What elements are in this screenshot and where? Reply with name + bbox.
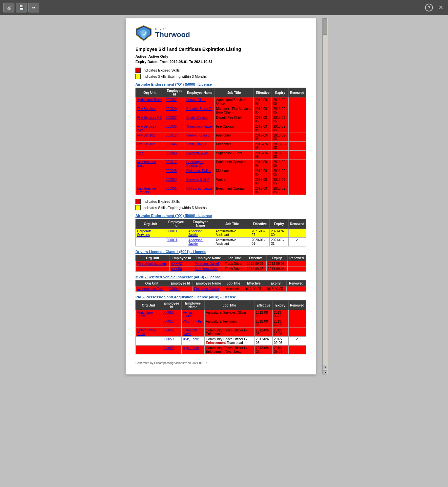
col-emp-id: Employee Id <box>164 88 185 97</box>
cell-empid: 000003 <box>164 151 185 159</box>
col-emp-id: Employee Id <box>170 255 193 261</box>
cell-expiry: 2013-09-05 <box>272 186 289 195</box>
table-row: Corporate Services 000011 Anderson, Jack… <box>136 229 306 238</box>
cell-org: Agriculture Team <box>136 310 161 319</box>
cell-expiry: 2013-09-05 <box>272 159 289 168</box>
legend-expiring: Indicates Skills Expiring within 3 Month… <box>135 74 306 79</box>
cell-effective: 2013-09-06 <box>255 346 273 354</box>
col-org-unit: Org Unit <box>136 301 161 310</box>
table-row: Maintenance Graders 000031 Rethschild, D… <box>136 186 306 195</box>
cell-effective: 2012-09-05 <box>255 337 273 346</box>
cell-org: Fire Stn 102 <box>136 142 164 151</box>
help-icon[interactable]: ? <box>425 4 433 11</box>
table-row: Fire Services 000029 Roberts, Bruce G. M… <box>136 106 306 115</box>
cell-expiry: 2013-09-05 <box>273 337 289 346</box>
cell-empname: Roberts, Bruce G. <box>185 106 214 115</box>
col-expiry: Expiry <box>266 255 287 261</box>
print-button[interactable]: 🖨 <box>3 3 14 12</box>
table-row: 000059 Izyk, Eddie Community Peace Offic… <box>136 346 306 354</box>
cell-job: Community Peace Officer I - Enforcement … <box>204 346 254 354</box>
cell-renewed <box>289 133 306 142</box>
cell-empname: Anderson, Jackie <box>187 229 214 238</box>
cell-renewed <box>289 151 306 159</box>
col-emp-name: Employee Name <box>181 301 204 310</box>
toolbar-right: ? ✕ <box>425 4 445 11</box>
save-button[interactable]: 💾 <box>16 3 27 12</box>
cell-renewed <box>289 97 306 106</box>
cell-empname: Silverton, Alicia <box>185 151 214 159</box>
expiry-param: Expiry Dates: From 2012-08-01 To 2021-10… <box>135 60 306 64</box>
cell-org: Fleet <box>136 151 164 159</box>
cell-job: Community Peace Officer I - Enforcement <box>204 328 254 337</box>
cell-effective: 2012-09-05 <box>254 142 272 151</box>
logo-text: City of Thurwood <box>155 27 190 39</box>
cell-effective: 2012-09-05 <box>254 159 272 168</box>
table-row: 000045 Pinkarton, Dallas Mechanic 2012-0… <box>136 168 306 177</box>
section-title-3: Drivers License - Class 1 (5001) - Licen… <box>135 250 306 254</box>
cell-empname: Izyk, Eddie <box>181 346 204 354</box>
cell-effective: 2012-09-05 <box>254 97 272 106</box>
cell-job: Firefighter <box>215 133 254 142</box>
cell-job: Supervisor - Fleet <box>215 151 254 159</box>
toolbar-left: 🖨 💾 ▪▪ <box>3 3 39 12</box>
legend-expiring-2: Indicates Skills Expiring within 3 Month… <box>135 205 306 210</box>
cell-org <box>136 266 170 272</box>
cell-effective: 2021-08-27 <box>250 229 270 238</box>
page-container: City of Thurwood Employee Skill and Cert… <box>126 18 316 374</box>
col-org-unit: Org Unit <box>136 255 170 261</box>
table-row: Agriculture Team 000052 Ferras, Glenn Ag… <box>136 310 306 319</box>
cell-empid: 000045 <box>164 168 185 177</box>
cell-empid: 000046 <box>164 142 185 151</box>
cell-effective: 2012-09-05 <box>245 261 266 266</box>
legend-expired-label-2: Indicates Expired Skills <box>143 200 180 203</box>
cell-empid: 000042 <box>170 261 193 266</box>
cell-effective: 2012-09-05 <box>254 124 272 133</box>
cell-empid: 000045 <box>168 286 193 292</box>
table-row: Fleet 000003 Silverton, Alicia Superviso… <box>136 151 306 159</box>
cell-expiry: 2013-09-05 <box>272 168 289 177</box>
city-of-label: City of <box>155 27 190 31</box>
cell-empname: Sorochan, Allan <box>193 266 223 272</box>
cell-effective: 2012-09-05 <box>255 319 273 328</box>
cell-org: Agriculture Team <box>136 97 164 106</box>
table-row: Agriculture Team 000057 Ferras, Glenn Ag… <box>136 97 306 106</box>
cell-job: Agricultural Services Officer <box>215 97 254 106</box>
scrollbar-end-btn[interactable]: ▼ <box>323 370 327 374</box>
cell-org: Corporate Services <box>136 229 165 238</box>
table-section-1: Org Unit Employee Id Employee Name Job T… <box>135 88 306 195</box>
cell-org: Maintenance East <box>136 286 168 292</box>
cell-empid: 000034 <box>164 177 185 186</box>
cell-org: Fire Services HQ <box>136 115 164 124</box>
cell-empname: Ferras, Glenn <box>185 97 214 106</box>
scrollbar[interactable]: ▼ ▼ <box>322 18 328 374</box>
cell-empname: Pinkarton, Dallas <box>185 168 214 177</box>
cell-renewed <box>289 124 306 133</box>
cell-effective: 2012-09-05 <box>254 106 272 115</box>
cell-empid: 000017 <box>164 159 185 168</box>
col-emp-id: Employee Id <box>165 219 187 229</box>
table-row: Enforcement Team 000026 Campbell, David … <box>136 328 306 337</box>
col-emp-name: Employee Name <box>187 219 214 229</box>
cell-expiry: 2013-09-05 <box>272 151 289 159</box>
legend-expiring-label: Indicates Skills Expiring within 3 Month… <box>143 74 207 78</box>
scrollbar-thumb[interactable] <box>323 18 327 35</box>
cell-empid: 000012 <box>164 133 185 142</box>
cell-expiry: 2019-09-01 <box>273 346 289 354</box>
cell-renewed <box>289 159 306 168</box>
city-name: Thurwood <box>155 31 190 39</box>
cell-empid: 000052 <box>161 310 182 319</box>
cell-effective: 2012-09-05 <box>254 151 272 159</box>
cell-effective: 2012-09-05 <box>254 168 272 177</box>
table-row: Maintenance East 000017 Cherrington, Cza… <box>136 159 306 168</box>
scrollbar-down-btn[interactable]: ▼ <box>323 365 327 369</box>
close-icon[interactable]: ✕ <box>437 4 445 11</box>
cell-empname: Rethschild, David <box>185 186 214 195</box>
col-effective: Effective <box>250 219 270 229</box>
col-effective: Effective <box>254 88 272 97</box>
cell-renewed <box>289 328 306 337</box>
cell-renewed <box>289 142 306 151</box>
export-button[interactable]: ▪▪ <box>28 3 39 12</box>
col-job-title: Job Title <box>204 301 254 310</box>
cell-expiry: 2013-09-05 <box>266 266 287 272</box>
section-title-2: Airbrake Endorsement ("Q") (5000) - Lice… <box>135 214 306 218</box>
